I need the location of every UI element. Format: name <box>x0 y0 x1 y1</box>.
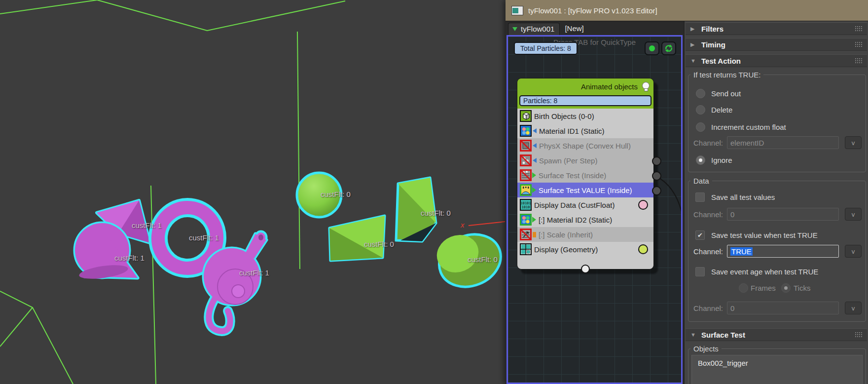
channel-dropdown-button[interactable]: v <box>845 302 862 314</box>
operator-label: Birth Objects (0-0) <box>534 112 594 120</box>
display-color-swatch[interactable] <box>638 244 648 254</box>
sphere-object[interactable] <box>297 173 341 217</box>
svg-text:10101: 10101 <box>520 201 531 205</box>
green-dot-icon <box>649 45 655 51</box>
lightbulb-icon[interactable] <box>642 82 650 89</box>
drag-grip-icon[interactable] <box>855 58 862 64</box>
operator-row-scale[interactable]: [:] Scale (Inherit) <box>517 227 654 242</box>
checkbox-save-all-test-values[interactable] <box>695 192 705 202</box>
input-connector-icon <box>533 128 537 133</box>
channel-dropdown-button[interactable]: v <box>845 245 862 258</box>
channel-dropdown-button[interactable]: v <box>845 208 862 221</box>
increment-channel-field[interactable]: elementID <box>727 136 839 149</box>
particles-count-wrap: Particles: 8 <box>517 94 654 109</box>
spawn-output-port[interactable] <box>652 156 661 166</box>
flow-tabbar: tyFlow001 [New] <box>506 21 684 35</box>
radio-ticks[interactable] <box>781 283 791 293</box>
retime-refresh-button[interactable] <box>661 41 676 55</box>
section-title: Timing <box>701 40 725 49</box>
radio-label[interactable]: Frames <box>751 284 776 292</box>
save-test-channel-field[interactable]: TRUE <box>727 245 839 258</box>
cylinder-object[interactable] <box>431 226 506 296</box>
age-channel-field[interactable]: 0 <box>727 302 839 314</box>
input-connector-icon <box>533 158 537 163</box>
surface-test-disabled-icon <box>520 169 532 181</box>
operator-row-spawn[interactable]: Spawn (Per Step) <box>517 153 654 168</box>
radio-label[interactable]: Ticks <box>794 284 810 292</box>
screenshot-root: x custFlt: 1 custFlt: 1 custFlt: 1 custF… <box>0 0 868 384</box>
section-header-filters[interactable]: ▶ Filters <box>686 22 867 35</box>
surface-test-value-output-port[interactable] <box>652 186 661 195</box>
channel-dropdown-button[interactable]: v <box>845 136 862 149</box>
test-output-connector-icon <box>532 217 536 223</box>
x-axis-gizmo: x <box>460 221 505 229</box>
operator-label: Display (Geometry) <box>534 245 598 254</box>
operator-row-display-data[interactable]: 10101 1010 Display Data (CustFloat) <box>517 197 654 212</box>
tetra-right-object[interactable] <box>396 178 436 241</box>
refresh-icon <box>664 44 673 53</box>
node-canvas[interactable]: Press TAB for QuickType Total Particles:… <box>506 35 683 384</box>
checkbox-label[interactable]: Save event age when test TRUE <box>711 268 818 276</box>
radio-delete[interactable] <box>696 105 705 115</box>
operator-row-display[interactable]: Display (Geometry) <box>517 242 654 257</box>
tab-new[interactable]: [New] <box>560 24 587 35</box>
operator-label: [:] Material ID2 (Static) <box>539 216 612 224</box>
section-title: Test Action <box>701 57 741 65</box>
section-header-timing[interactable]: ▶ Timing <box>686 38 867 51</box>
radio-send-out[interactable] <box>696 89 705 98</box>
tab-tyflow001[interactable]: tyFlow001 <box>508 23 560 35</box>
material-id-icon <box>520 125 532 137</box>
operator-label: [:] Scale (Inherit) <box>539 230 593 239</box>
editor-left-column: tyFlow001 [New] Press TAB for QuickType … <box>506 21 684 384</box>
material-id-icon <box>520 214 532 226</box>
3d-viewport[interactable]: x <box>0 0 506 384</box>
group-legend: If test returns TRUE: <box>690 71 763 79</box>
operator-row-physx-shape[interactable]: PhysX Shape (Convex Hull) <box>517 138 654 153</box>
checkbox-label[interactable]: Save test value when test TRUE <box>711 231 818 239</box>
operator-label: Display Data (CustFloat) <box>534 201 615 209</box>
checkbox-label[interactable]: Save all test values <box>711 193 775 201</box>
radio-increment-custom-float[interactable] <box>696 122 705 132</box>
radio-label[interactable]: Send out <box>711 89 741 98</box>
checkbox-save-test-value[interactable]: ✔ <box>695 230 705 240</box>
operator-row-surface-test-value[interactable]: Surface Test VALUE (Inside) <box>517 183 654 197</box>
drag-grip-icon[interactable] <box>855 41 862 47</box>
spawn-disabled-icon <box>520 154 532 166</box>
radio-label[interactable]: Increment custom float <box>711 123 786 131</box>
trigger-box-wireframe <box>0 0 345 384</box>
channel-label: Channel: <box>691 210 723 219</box>
radio-label[interactable]: Delete <box>711 106 732 114</box>
chevron-right-icon: ▶ <box>690 26 696 32</box>
event-node-footer <box>517 257 654 269</box>
radio-frames[interactable] <box>739 283 748 293</box>
object-list-item[interactable]: Box002_trigger <box>692 355 862 371</box>
save-all-channel-field[interactable]: 0 <box>727 208 839 221</box>
event-node-header[interactable]: Animated objects <box>517 78 654 94</box>
selected-text: TRUE <box>730 247 753 256</box>
operator-row-surface-test[interactable]: Surface Test (Inside) <box>517 168 654 183</box>
radio-label[interactable]: Ignore <box>711 156 732 164</box>
drag-grip-icon[interactable] <box>855 332 862 338</box>
objects-listbox[interactable]: Box002_trigger <box>691 355 863 384</box>
section-header-surface-test[interactable]: ▼ Surface Test <box>686 328 867 341</box>
display-data-icon: 10101 1010 <box>520 199 532 211</box>
channel-label: Channel: <box>691 139 723 147</box>
operator-row-material-id2[interactable]: [:] Material ID2 (Static) <box>517 212 654 227</box>
operator-row-birth-objects[interactable]: Birth Objects (0-0) <box>517 109 654 123</box>
display-data-color-swatch[interactable] <box>638 200 648 210</box>
operator-label: Spawn (Per Step) <box>539 156 597 165</box>
particle-view-toggle-button[interactable] <box>645 41 659 55</box>
checkbox-save-event-age[interactable] <box>695 267 705 276</box>
surface-test-output-port[interactable] <box>652 171 661 181</box>
section-header-test-action[interactable]: ▼ Test Action <box>686 54 867 67</box>
drag-grip-icon[interactable] <box>855 26 862 32</box>
section-title: Surface Test <box>701 331 745 339</box>
tetra-center-object[interactable] <box>329 216 385 261</box>
operator-label: Surface Test VALUE (Inside) <box>539 186 632 194</box>
operator-row-material-id1[interactable]: Material ID1 (Static) <box>517 123 654 138</box>
event-node-animated-objects[interactable]: Animated objects Particles: 8 <box>517 78 654 269</box>
radio-ignore[interactable] <box>696 155 705 165</box>
window-titlebar[interactable]: tyFlow001 : [tyFlow PRO v1.023 Editor] <box>506 0 868 21</box>
event-input-port[interactable] <box>581 265 590 273</box>
total-particles-tooltip: Total Particles: 8 <box>514 42 578 55</box>
